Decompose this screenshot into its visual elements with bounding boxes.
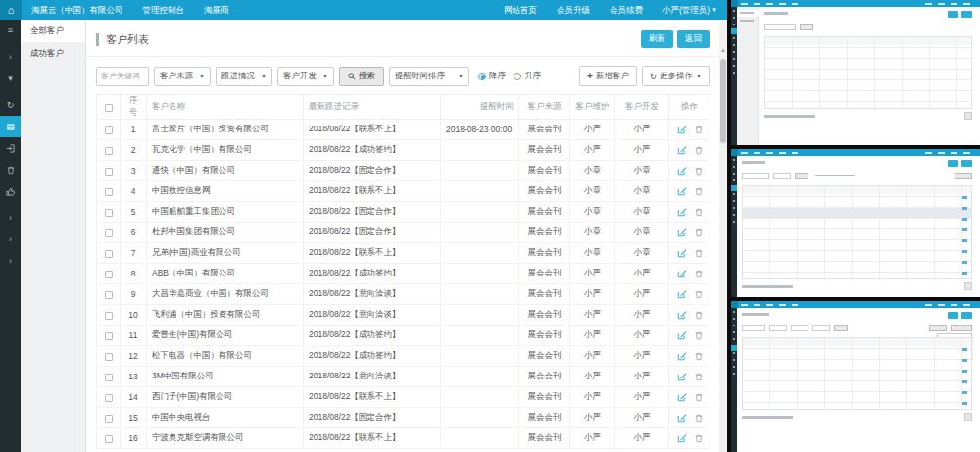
delete-icon[interactable] <box>695 352 703 361</box>
delete-icon[interactable] <box>695 393 703 402</box>
delete-icon[interactable] <box>695 126 703 134</box>
delete-icon[interactable] <box>695 290 703 299</box>
table-row[interactable]: 11 爱普生(中国)有限公司 2018/08/22【成功签约】 展会会刊 小严 … <box>97 326 710 346</box>
remind-time-sort-select[interactable]: 提醒时间排序▼ <box>389 67 469 86</box>
delete-icon[interactable] <box>695 208 703 217</box>
sidebar-item-success-customers[interactable]: 成功客户 <box>21 42 85 65</box>
select-all-checkbox[interactable] <box>105 104 113 112</box>
table-row[interactable]: 9 大昌华嘉商业（中国）有限公司 2018/08/22【意向洽谈】 展会会刊 小… <box>97 284 710 305</box>
preview-thumbnail-1[interactable] <box>731 0 980 145</box>
table-row[interactable]: 2 瓦克化学（中国）有限公司 2018/08/22【成功签约】 展会会刊 小严 … <box>97 140 710 161</box>
row-checkbox[interactable] <box>105 374 113 381</box>
row-checkbox[interactable] <box>105 188 113 196</box>
edit-icon[interactable] <box>677 186 687 196</box>
table-row[interactable]: 1 富士胶片（中国）投资有限公司 2018/08/22【联系不上】 2018-0… <box>97 120 710 140</box>
row-checkbox[interactable] <box>105 126 113 134</box>
logout-icon[interactable] <box>0 137 21 159</box>
edit-icon[interactable] <box>677 433 687 443</box>
vertical-scrollbar[interactable]: ▲ <box>719 20 727 452</box>
delete-icon[interactable] <box>695 373 703 381</box>
customer-developer-select[interactable]: 客户开发▼ <box>277 67 334 86</box>
edit-icon[interactable] <box>677 166 687 176</box>
edit-icon[interactable] <box>677 227 687 237</box>
table-row[interactable]: 14 西门子(中国)有限公司 2018/08/22【联系不上】 展会会刊 小严 … <box>97 387 710 408</box>
customer-list-icon[interactable]: ▤ <box>0 116 21 137</box>
row-checkbox[interactable] <box>105 415 113 423</box>
table-row[interactable]: 4 中国数控信息网 2018/08/22【联系不上】 展会会刊 小章 小章 <box>97 181 710 202</box>
back-button[interactable]: 返回 <box>677 30 710 48</box>
row-checkbox[interactable] <box>105 312 113 320</box>
edit-icon[interactable] <box>677 269 687 278</box>
row-checkbox[interactable] <box>105 394 113 402</box>
preview-thumbnail-3[interactable] <box>731 301 980 452</box>
menu-icon[interactable]: ≡ <box>0 20 21 41</box>
delete-icon[interactable] <box>695 331 703 340</box>
table-row[interactable]: 8 ABB（中国）有限公司 2018/08/22【成功签约】 展会会刊 小严 小… <box>97 264 710 284</box>
delete-icon[interactable] <box>695 270 703 278</box>
sort-desc-radio[interactable]: 降序 <box>478 71 506 82</box>
row-checkbox[interactable] <box>105 147 113 155</box>
home-button[interactable]: ⌂ <box>0 0 22 20</box>
add-customer-button[interactable]: +新增客户 <box>579 66 637 86</box>
thumbs-up-icon[interactable] <box>0 180 21 202</box>
table-row[interactable]: 3 通快（中国）有限公司 2018/08/22【固定合作】 展会会刊 小章 小章 <box>97 161 710 181</box>
edit-icon[interactable] <box>677 289 687 299</box>
nav-member-renew[interactable]: 会员续费 <box>600 0 653 20</box>
edit-icon[interactable] <box>677 392 687 402</box>
chevron-right-icon[interactable]: › <box>0 46 21 68</box>
keyword-input[interactable] <box>96 67 149 86</box>
table-row[interactable]: 7 兄弟(中国)商业有限公司 2018/08/22【联系不上】 展会会刊 小章 … <box>97 243 710 264</box>
nav-site-home[interactable]: 网站首页 <box>494 0 547 20</box>
row-checkbox[interactable] <box>105 291 113 299</box>
row-checkbox[interactable] <box>105 271 113 278</box>
table-row[interactable]: 15 中国中央电视台 2018/08/22【固定合作】 展会会刊 小严 小严 <box>97 408 710 428</box>
edit-icon[interactable] <box>677 372 687 381</box>
chevron-right-icon[interactable]: › <box>0 207 21 228</box>
nav-taozhanshang[interactable]: 淘展商 <box>194 0 239 20</box>
preview-thumbnail-2[interactable] <box>731 149 980 297</box>
chevron-right-icon[interactable]: › <box>0 250 21 272</box>
more-actions-button[interactable]: ↻更多操作▼ <box>642 66 710 86</box>
edit-icon[interactable] <box>677 310 687 320</box>
edit-icon[interactable] <box>677 248 687 258</box>
followup-status-select[interactable]: 跟进情况▼ <box>216 67 272 86</box>
delete-icon[interactable] <box>695 228 703 237</box>
row-checkbox[interactable] <box>105 250 113 258</box>
sidebar-item-all-customers[interactable]: 全部客户 <box>21 20 85 42</box>
nav-member-upgrade[interactable]: 会员升级 <box>547 0 600 20</box>
table-row[interactable]: 16 宁波奥克斯空调有限公司 2018/08/22【联系不上】 展会会刊 小严 … <box>97 428 710 449</box>
table-row[interactable]: 13 3M中国有限公司 2018/08/22【意向洽谈】 展会会刊 小严 小严 <box>97 367 710 387</box>
chevron-down-icon[interactable]: ▾ <box>0 68 21 89</box>
search-button[interactable]: 搜索 <box>339 67 384 86</box>
edit-icon[interactable] <box>677 351 687 361</box>
table-row[interactable]: 12 松下电器（中国）有限公司 2018/08/22【成功签约】 展会会刊 小严… <box>97 346 710 367</box>
delete-icon[interactable] <box>695 434 703 443</box>
row-checkbox[interactable] <box>105 168 113 176</box>
refresh-button[interactable]: 刷新 <box>641 30 673 48</box>
delete-icon[interactable] <box>695 249 703 258</box>
row-checkbox[interactable] <box>105 229 113 237</box>
delete-icon[interactable] <box>695 311 703 320</box>
nav-admin-console[interactable]: 管理控制台 <box>133 0 195 20</box>
history-icon[interactable]: ↻ <box>0 94 21 116</box>
delete-icon[interactable] <box>695 167 703 176</box>
delete-icon[interactable] <box>695 414 703 423</box>
customer-source-select[interactable]: 客户来源▼ <box>154 67 211 86</box>
trash-icon[interactable] <box>0 159 21 180</box>
table-row[interactable]: 5 中国船舶重工集团公司 2018/08/22【固定合作】 展会会刊 小章 小章 <box>97 202 710 223</box>
edit-icon[interactable] <box>677 125 687 134</box>
scrollbar-thumb[interactable] <box>720 59 726 143</box>
delete-icon[interactable] <box>695 187 703 196</box>
sort-asc-radio[interactable]: 升序 <box>514 71 541 82</box>
edit-icon[interactable] <box>677 145 687 155</box>
edit-icon[interactable] <box>677 330 687 340</box>
nav-user-menu[interactable]: 小严(管理员)▼ <box>653 0 727 20</box>
row-checkbox[interactable] <box>105 353 113 361</box>
row-checkbox[interactable] <box>105 209 113 217</box>
chevron-right-icon[interactable]: › <box>0 228 21 250</box>
delete-icon[interactable] <box>695 146 703 155</box>
row-checkbox[interactable] <box>105 332 113 340</box>
nav-company[interactable]: 淘展云（中国）有限公司 <box>22 0 133 20</box>
table-row[interactable]: 10 飞利浦（中国）投资有限公司 2018/08/22【意向洽谈】 展会会刊 小… <box>97 305 710 326</box>
scroll-up-icon[interactable]: ▲ <box>720 47 726 53</box>
